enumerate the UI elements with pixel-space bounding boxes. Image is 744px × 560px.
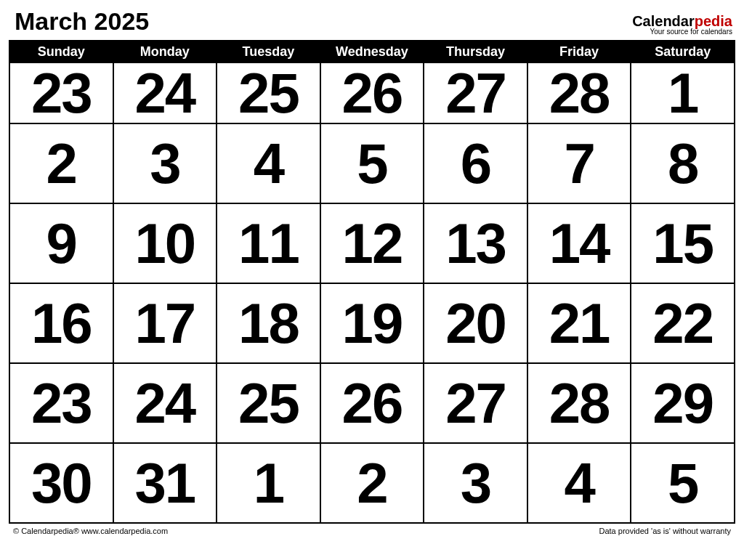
calendar-grid: Sunday Monday Tuesday Wednesday Thursday… bbox=[9, 40, 735, 524]
calendar-day-cell: 2 bbox=[9, 123, 113, 203]
calendar-day-cell: 17 bbox=[113, 283, 217, 363]
calendar-day-cell: 7 bbox=[527, 123, 631, 203]
calendar-day-cell: 18 bbox=[217, 283, 320, 363]
weekday-sunday: Sunday bbox=[9, 41, 113, 62]
calendar-day-cell: 20 bbox=[424, 283, 527, 363]
calendar-day-cell: 11 bbox=[217, 203, 320, 283]
calendar-day-cell: 23 bbox=[9, 363, 113, 443]
calendar-day-cell: 22 bbox=[631, 283, 735, 363]
calendar-day-cell: 26 bbox=[320, 62, 424, 123]
calendar-day-cell: 9 bbox=[9, 203, 113, 283]
calendar-day-cell: 3 bbox=[113, 123, 217, 203]
calendar-day-cell: 14 bbox=[527, 203, 631, 283]
weekday-friday: Friday bbox=[527, 41, 631, 62]
calendar-day-cell: 5 bbox=[631, 443, 735, 523]
calendar-day-cell: 25 bbox=[217, 363, 320, 443]
weekday-thursday: Thursday bbox=[424, 41, 527, 62]
brand-tagline: Your source for calendars bbox=[632, 28, 732, 36]
weekday-wednesday: Wednesday bbox=[320, 41, 424, 62]
calendar-day-cell: 25 bbox=[217, 62, 320, 123]
weekday-saturday: Saturday bbox=[631, 41, 735, 62]
calendar-day-cell: 16 bbox=[9, 283, 113, 363]
calendar-day-cell: 10 bbox=[113, 203, 217, 283]
month-title: March 2025 bbox=[15, 7, 149, 36]
calendar-day-cell: 30 bbox=[9, 443, 113, 523]
calendar-day-cell: 4 bbox=[217, 123, 320, 203]
calendar-day-cell: 1 bbox=[217, 443, 320, 523]
calendar-day-cell: 8 bbox=[631, 123, 735, 203]
weekday-tuesday: Tuesday bbox=[217, 41, 320, 62]
calendar-day-cell: 29 bbox=[631, 363, 735, 443]
calendar-day-cell: 27 bbox=[424, 363, 527, 443]
calendar-week-row: 2324252627281 bbox=[9, 62, 735, 123]
calendar-day-cell: 28 bbox=[527, 62, 631, 123]
calendar-day-cell: 5 bbox=[320, 123, 424, 203]
calendar-day-cell: 24 bbox=[113, 62, 217, 123]
brand-block: Calendarpedia Your source for calendars bbox=[632, 14, 732, 36]
footer-disclaimer: Data provided 'as is' without warranty bbox=[599, 527, 731, 535]
calendar-day-cell: 23 bbox=[9, 62, 113, 123]
calendar-day-cell: 6 bbox=[424, 123, 527, 203]
calendar-day-cell: 15 bbox=[631, 203, 735, 283]
calendar-day-cell: 3 bbox=[424, 443, 527, 523]
calendar-header: March 2025 Calendarpedia Your source for… bbox=[9, 7, 735, 40]
calendar-day-cell: 26 bbox=[320, 363, 424, 443]
calendar-day-cell: 2 bbox=[320, 443, 424, 523]
brand-name-part2: pedia bbox=[695, 13, 732, 29]
calendar-week-row: 23242526272829 bbox=[9, 363, 735, 443]
weekday-row: Sunday Monday Tuesday Wednesday Thursday… bbox=[9, 41, 735, 62]
calendar-day-cell: 21 bbox=[527, 283, 631, 363]
calendar-day-cell: 13 bbox=[424, 203, 527, 283]
calendar-body: 2324252627281234567891011121314151617181… bbox=[9, 62, 735, 523]
calendar-week-row: 303112345 bbox=[9, 443, 735, 523]
calendar-day-cell: 19 bbox=[320, 283, 424, 363]
calendar-week-row: 9101112131415 bbox=[9, 203, 735, 283]
calendar-day-cell: 4 bbox=[527, 443, 631, 523]
footer-copyright: © Calendarpedia® www.calendarpedia.com bbox=[13, 527, 168, 535]
footer: © Calendarpedia® www.calendarpedia.com D… bbox=[9, 524, 735, 535]
calendar-day-cell: 12 bbox=[320, 203, 424, 283]
brand-name-part1: Calendar bbox=[632, 13, 695, 29]
calendar-week-row: 16171819202122 bbox=[9, 283, 735, 363]
calendar-day-cell: 28 bbox=[527, 363, 631, 443]
calendar-week-row: 2345678 bbox=[9, 123, 735, 203]
calendar-day-cell: 31 bbox=[113, 443, 217, 523]
weekday-monday: Monday bbox=[113, 41, 217, 62]
calendar-day-cell: 24 bbox=[113, 363, 217, 443]
calendar-day-cell: 27 bbox=[424, 62, 527, 123]
calendar-day-cell: 1 bbox=[631, 62, 735, 123]
brand-name: Calendarpedia bbox=[632, 14, 732, 28]
